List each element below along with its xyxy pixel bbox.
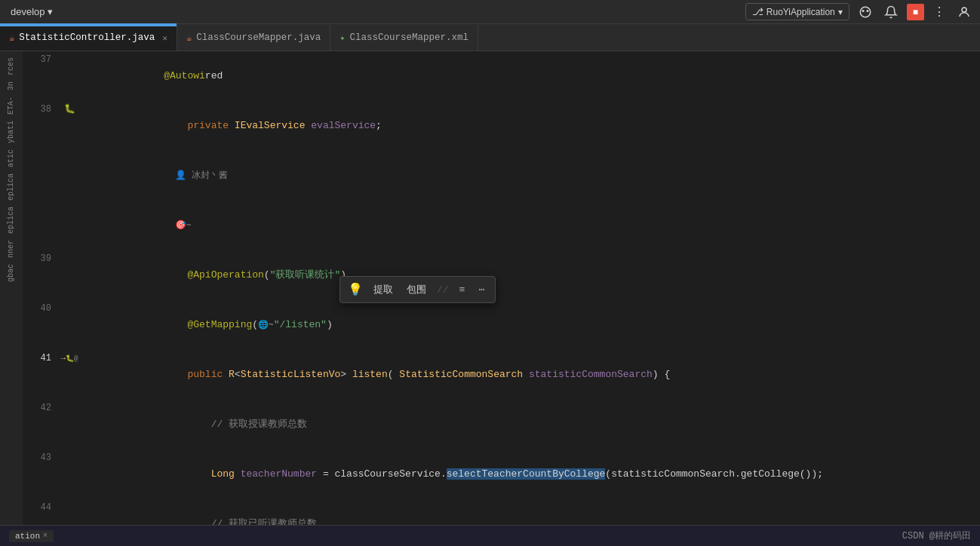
line-gutter: [60, 400, 78, 449]
line-content: 👤 冰封丶酱: [78, 151, 980, 201]
code-table: 37 @Autowired 38 🐛 private IEvalService …: [23, 51, 980, 525]
tabbar: ☕ StatisticController.java ✕ ☕ ClassCour…: [0, 24, 980, 51]
line-content[interactable]: public R<StatisticListenVo> listen( Stat…: [78, 350, 980, 400]
autocomplete-popup: 💡 提取 包围 // ≡ ⋯: [339, 276, 496, 303]
app-chevron-icon: ▾: [838, 7, 843, 17]
line-gutter: [60, 250, 78, 300]
status-tab-label: ation: [15, 532, 40, 541]
tab-statistic-controller[interactable]: ☕ StatisticController.java ✕: [0, 25, 177, 51]
line-number: [23, 201, 60, 250]
table-row: 🎯~: [23, 201, 980, 250]
svg-point-2: [866, 10, 868, 12]
line-number: 43: [23, 449, 60, 499]
line-gutter: [60, 151, 78, 201]
table-row: 39 @ApiOperation("获取听课统计"): [23, 250, 980, 300]
tab-label-3: ClassCourseMapper.xml: [349, 32, 468, 43]
table-row: 42 // 获取授课教师总数: [23, 400, 980, 449]
table-row: 👤 冰封丶酱: [23, 151, 980, 201]
statusbar-right: CSDN @耕的码田: [902, 529, 971, 542]
svg-point-3: [962, 8, 966, 12]
stop-button[interactable]: ■: [907, 4, 924, 20]
table-row: 41 →🐛@ public R<StatisticListenVo> liste…: [23, 350, 980, 400]
tab-label-2: ClassCourseMapper.java: [196, 32, 321, 43]
line-gutter: [60, 51, 78, 101]
popup-more-icon[interactable]: ⋯: [475, 282, 487, 297]
develop-chevron: ▾: [48, 6, 53, 17]
line-gutter: [60, 499, 78, 525]
titlebar-right: ⎇ RuoYiApplication ▾ ■ ⋮: [745, 2, 974, 22]
line-gutter: [60, 300, 78, 350]
sidebar-hints: rces 3n ETA- ybati atic eplica eplica nn…: [0, 51, 23, 525]
tab-progress-bar: [0, 23, 177, 26]
status-tab-close[interactable]: ×: [43, 532, 48, 540]
code-text: red: [205, 70, 223, 81]
line-content[interactable]: @GetMapping(🌐~"/listen"): [78, 300, 980, 350]
tab-java-icon-2: ☕: [186, 32, 192, 44]
sidebar-text-gbac: gbac: [7, 264, 16, 282]
line-number: 38: [23, 101, 60, 151]
status-tab[interactable]: ation ×: [9, 530, 54, 542]
svg-point-1: [862, 10, 864, 12]
line-gutter: [60, 449, 78, 499]
tab-close-1[interactable]: ✕: [162, 33, 167, 43]
sidebar-text-ybati: ybati: [7, 121, 16, 143]
line-number-current: 41: [23, 350, 60, 400]
line-gutter-arrow: →🐛@: [60, 350, 78, 400]
app-name-label: RuoYiApplication: [766, 7, 835, 17]
sidebar-text-atic: atic: [7, 149, 16, 167]
popup-list-icon[interactable]: ≡: [456, 283, 468, 297]
editor-container: rces 3n ETA- ybati atic eplica eplica nn…: [0, 51, 980, 525]
copilot-icon[interactable]: [856, 2, 875, 22]
sidebar-text-rces: rces: [7, 57, 16, 75]
tab-label-1: StatisticController.java: [19, 32, 155, 43]
table-row: 40 @GetMapping(🌐~"/listen"): [23, 300, 980, 350]
sidebar-text-eplica2: eplica: [7, 207, 16, 234]
sidebar-text-eplica1: eplica: [7, 173, 16, 201]
bulb-icon: 💡: [348, 282, 363, 297]
app-name-button[interactable]: ⎇ RuoYiApplication ▾: [745, 3, 849, 20]
tab-class-course-mapper-xml[interactable]: ✦ ClassCourseMapper.xml: [330, 25, 478, 51]
line-gutter-debug: 🐛: [60, 101, 78, 151]
line-number: [23, 151, 60, 201]
table-row: 44 // 获取已听课教师总数: [23, 499, 980, 525]
popup-surround[interactable]: 包围: [404, 281, 429, 298]
line-number: 44: [23, 499, 60, 525]
line-number: 40: [23, 300, 60, 350]
titlebar-left: develop ▾: [6, 5, 57, 19]
table-row: 37 @Autowired: [23, 51, 980, 101]
line-content[interactable]: Long teacherNumber = classCourseService.…: [78, 449, 980, 499]
line-number: 42: [23, 400, 60, 449]
titlebar: develop ▾ ⎇ RuoYiApplication ▾ ■ ⋮: [0, 0, 980, 24]
line-content[interactable]: @Autowired: [78, 51, 980, 101]
statusbar: ation × CSDN @耕的码田: [0, 525, 980, 546]
develop-button[interactable]: develop ▾: [6, 5, 57, 19]
line-number: 39: [23, 250, 60, 300]
line-number: 37: [23, 51, 60, 101]
svg-point-0: [860, 7, 871, 17]
line-content[interactable]: // 获取授课教师总数: [78, 400, 980, 449]
sidebar-text-eta: ETA-: [7, 97, 16, 115]
code-editor[interactable]: 37 @Autowired 38 🐛 private IEvalService …: [23, 51, 980, 525]
popup-extract[interactable]: 提取: [370, 281, 396, 298]
sidebar-text-nner: nner: [7, 240, 16, 258]
more-options-icon[interactable]: ⋮: [930, 2, 948, 22]
notifications-icon[interactable]: [881, 2, 901, 22]
tab-class-course-mapper-java[interactable]: ☕ ClassCourseMapper.java: [177, 25, 330, 51]
code-scroll[interactable]: 37 @Autowired 38 🐛 private IEvalService …: [23, 51, 980, 525]
line-content: 🎯~: [78, 201, 980, 250]
tab-java-icon-1: ☕: [9, 32, 14, 44]
sidebar-text-3n: 3n: [7, 81, 16, 90]
line-content[interactable]: // 获取已听课教师总数: [78, 499, 980, 525]
line-gutter: [60, 201, 78, 250]
git-icon: ⎇: [752, 6, 763, 17]
popup-divider-1: //: [437, 284, 449, 296]
statusbar-left: ation ×: [9, 530, 54, 542]
table-row: 43 Long teacherNumber = classCourseServi…: [23, 449, 980, 499]
develop-label: develop: [11, 6, 45, 17]
profile-icon[interactable]: [954, 2, 974, 22]
line-content[interactable]: private IEvalService evalService;: [78, 101, 980, 151]
table-row: 38 🐛 private IEvalService evalService;: [23, 101, 980, 151]
line-content[interactable]: @ApiOperation("获取听课统计"): [78, 250, 980, 300]
csdn-attribution: CSDN @耕的码田: [902, 531, 971, 541]
stop-icon: ■: [913, 7, 918, 17]
